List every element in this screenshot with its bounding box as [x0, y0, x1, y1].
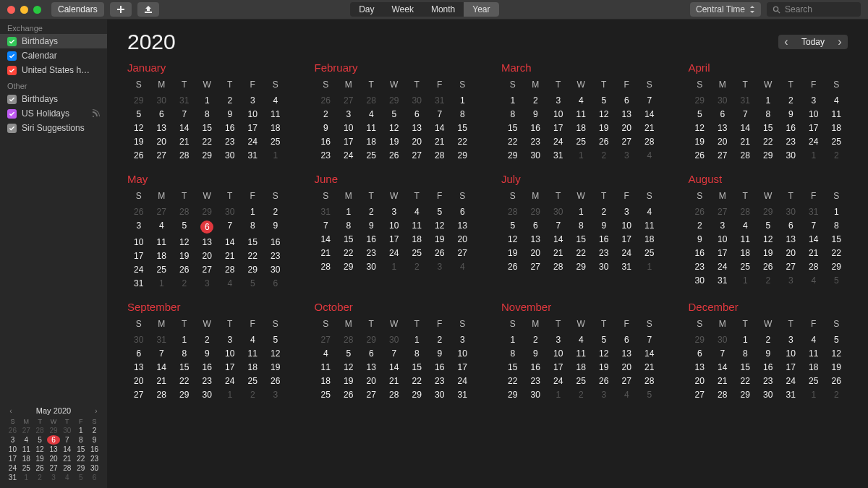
day-cell[interactable]: 11	[570, 108, 593, 120]
day-cell[interactable]: 17	[383, 234, 406, 245]
day-cell[interactable]: 25	[406, 247, 429, 259]
day-cell[interactable]: 10	[451, 348, 475, 359]
day-cell[interactable]: 2	[264, 206, 287, 218]
day-cell[interactable]: 6	[264, 278, 287, 289]
day-cell[interactable]: 29	[196, 206, 219, 218]
day-cell[interactable]: 29	[825, 261, 848, 273]
calendar-checkbox[interactable]	[7, 51, 17, 61]
day-cell[interactable]: 11	[406, 220, 429, 231]
sidebar-calendar-item[interactable]: Birthdays	[0, 92, 107, 106]
day-cell[interactable]: 2	[570, 389, 593, 401]
day-cell[interactable]: 2	[780, 95, 803, 106]
day-cell[interactable]: 30	[150, 95, 174, 106]
day-cell[interactable]: 21	[173, 136, 196, 147]
day-cell[interactable]: 30	[428, 389, 451, 401]
day-cell[interactable]: 9	[218, 108, 242, 120]
day-cell[interactable]: 22	[173, 375, 196, 387]
day-cell[interactable]: 28	[337, 334, 360, 346]
day-cell[interactable]: 31	[150, 334, 174, 346]
day-cell[interactable]: 14	[315, 234, 338, 245]
day-cell[interactable]: 4	[825, 95, 848, 106]
day-cell[interactable]: 10	[218, 348, 242, 359]
day-cell[interactable]: 25	[802, 375, 825, 387]
day-cell[interactable]: 5	[264, 334, 287, 346]
day-cell[interactable]: 9	[360, 220, 383, 231]
day-cell[interactable]: 30	[547, 206, 570, 218]
mini-day-cell[interactable]: 3	[6, 435, 20, 445]
day-cell[interactable]: 2	[825, 389, 848, 401]
day-cell[interactable]: 15	[825, 234, 848, 245]
day-cell[interactable]: 22	[196, 136, 219, 147]
day-cell[interactable]: 7	[218, 220, 242, 234]
mini-day-cell[interactable]: 30	[88, 463, 101, 473]
day-cell[interactable]: 14	[428, 122, 451, 134]
day-cell[interactable]: 29	[689, 95, 712, 106]
day-cell[interactable]: 12	[825, 348, 848, 359]
day-cell[interactable]: 1	[825, 206, 848, 218]
day-cell[interactable]: 24	[616, 247, 639, 259]
day-cell[interactable]: 6	[689, 348, 712, 359]
day-cell[interactable]: 3	[780, 275, 803, 286]
day-cell[interactable]: 18	[802, 361, 825, 373]
day-cell[interactable]: 28	[173, 150, 196, 161]
day-cell[interactable]: 30	[592, 261, 616, 273]
day-cell[interactable]: 24	[711, 261, 734, 273]
day-cell[interactable]: 14	[711, 361, 734, 373]
day-cell[interactable]: 1	[757, 95, 780, 106]
month-title[interactable]: May	[127, 173, 287, 185]
sidebar-calendar-item[interactable]: Birthdays	[0, 34, 107, 48]
day-cell[interactable]: 11	[150, 236, 174, 248]
mini-day-cell[interactable]: 17	[6, 454, 20, 463]
day-cell[interactable]: 29	[451, 150, 475, 161]
day-cell[interactable]: 27	[711, 206, 734, 218]
day-cell[interactable]: 5	[173, 220, 196, 234]
day-cell[interactable]: 5	[825, 275, 848, 286]
day-cell[interactable]: 21	[734, 136, 757, 147]
sidebar-calendar-item[interactable]: US Holidays	[0, 106, 107, 121]
day-cell[interactable]: 13	[616, 108, 639, 120]
mini-day-cell[interactable]: 30	[60, 426, 74, 435]
day-cell[interactable]: 1	[242, 206, 265, 218]
day-cell[interactable]: 6	[711, 108, 734, 120]
day-cell[interactable]: 13	[127, 361, 150, 373]
day-cell[interactable]: 16	[524, 122, 548, 134]
day-cell[interactable]: 24	[547, 136, 570, 147]
day-cell[interactable]: 14	[638, 108, 661, 120]
day-cell[interactable]: 29	[501, 150, 524, 161]
day-cell[interactable]: 15	[337, 234, 360, 245]
mini-day-cell[interactable]: 10	[6, 445, 20, 454]
day-cell[interactable]: 18	[570, 122, 593, 134]
day-cell[interactable]: 3	[337, 108, 360, 120]
day-cell[interactable]: 2	[218, 95, 242, 106]
day-cell[interactable]: 8	[173, 348, 196, 359]
day-cell[interactable]: 2	[524, 334, 548, 346]
day-cell[interactable]: 30	[127, 334, 150, 346]
day-cell[interactable]: 14	[547, 234, 570, 245]
day-cell[interactable]: 25	[825, 136, 848, 147]
day-cell[interactable]: 19	[592, 122, 616, 134]
day-cell[interactable]: 29	[570, 261, 593, 273]
day-cell[interactable]: 12	[689, 122, 712, 134]
day-cell[interactable]: 13	[689, 361, 712, 373]
mini-prev-button[interactable]: ‹	[6, 407, 16, 415]
day-cell[interactable]: 7	[428, 108, 451, 120]
day-cell[interactable]: 11	[734, 234, 757, 245]
day-cell[interactable]: 17	[242, 122, 265, 134]
day-cell[interactable]: 15	[570, 234, 593, 245]
day-cell[interactable]: 29	[757, 206, 780, 218]
day-cell[interactable]: 24	[383, 247, 406, 259]
day-cell[interactable]: 27	[337, 95, 360, 106]
day-cell[interactable]: 27	[616, 136, 639, 147]
day-cell[interactable]: 1	[264, 150, 287, 161]
day-cell[interactable]: 5	[428, 206, 451, 218]
day-cell[interactable]: 14	[173, 122, 196, 134]
day-cell[interactable]: 20	[360, 375, 383, 387]
day-cell[interactable]: 5	[242, 278, 265, 289]
mini-day-cell[interactable]: 8	[74, 435, 88, 445]
day-cell[interactable]: 3	[802, 95, 825, 106]
day-cell[interactable]: 2	[196, 334, 219, 346]
month-title[interactable]: August	[689, 173, 848, 185]
month-title[interactable]: June	[315, 173, 475, 185]
day-cell[interactable]: 19	[428, 234, 451, 245]
mini-day-cell[interactable]: 31	[6, 473, 20, 482]
